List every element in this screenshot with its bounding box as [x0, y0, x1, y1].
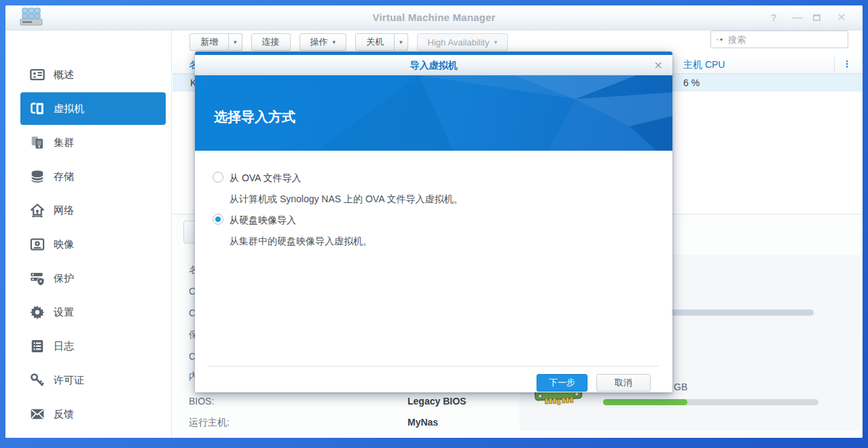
column-header-host-cpu[interactable]: 主机 CPU	[683, 59, 725, 71]
shield-server-icon	[30, 271, 45, 286]
radio-import-from-ova[interactable]	[213, 172, 223, 183]
sidebar-item-label: 映像	[54, 238, 74, 251]
running-host-value: MyNas	[408, 417, 438, 428]
dialog-footer-divider	[209, 366, 659, 367]
vm-host-cpu-value: 6 %	[683, 77, 700, 88]
dialog-title: 导入虚拟机	[195, 60, 672, 72]
sidebar-item-settings[interactable]: 设置	[20, 296, 166, 329]
sidebar-item-label: 反馈	[54, 408, 74, 421]
radio-description-disk-image: 从集群中的硬盘映像导入虚拟机。	[230, 236, 372, 248]
sidebar-item-overview[interactable]: 概述	[20, 58, 166, 91]
gear-icon	[30, 305, 45, 320]
memory-unit-label: GB	[674, 381, 687, 392]
shutdown-button[interactable]: 关机	[355, 33, 395, 51]
sidebar-item-label: 设置	[54, 306, 74, 319]
cancel-button[interactable]: 取消	[596, 374, 651, 392]
network-icon	[30, 203, 45, 218]
next-button[interactable]: 下一步	[537, 374, 587, 392]
add-split-button: 新增 ▾	[189, 33, 242, 51]
app-window: Virtual Machine Manager ? — ✕ 概述 虚拟机	[5, 5, 863, 438]
sidebar-item-storage[interactable]: 存储	[20, 160, 166, 193]
shutdown-dropdown-button[interactable]: ▾	[395, 33, 408, 51]
search-input[interactable]	[728, 35, 848, 45]
column-options-icon[interactable]: ⋮	[841, 58, 853, 69]
search-box: ▾	[710, 31, 848, 48]
sidebar-item-label: 集群	[54, 136, 74, 149]
search-filter-caret-icon[interactable]: ▾	[720, 37, 723, 43]
radio-label-ova[interactable]: 从 OVA 文件导入	[230, 172, 302, 185]
minimize-icon[interactable]: —	[790, 11, 805, 24]
help-icon[interactable]: ?	[766, 11, 781, 24]
log-icon	[30, 339, 45, 354]
shutdown-split-button: 关机 ▾	[355, 33, 408, 51]
chevron-down-icon: ▾	[399, 39, 403, 45]
chevron-down-icon: ▾	[333, 39, 336, 45]
connect-button[interactable]: 连接	[251, 33, 291, 51]
dialog-heading: 选择导入方式	[214, 108, 295, 126]
sidebar-item-label: 保护	[54, 272, 74, 285]
search-icon	[717, 35, 719, 45]
chevron-down-icon: ▾	[234, 39, 237, 45]
radio-import-from-disk-image[interactable]	[213, 214, 223, 225]
storage-icon	[30, 169, 45, 184]
dialog-title-bar: 导入虚拟机 ✕	[195, 55, 672, 75]
sidebar-item-label: 虚拟机	[54, 102, 84, 115]
mail-icon	[30, 407, 45, 422]
maximize-icon[interactable]	[813, 14, 820, 21]
sidebar-item-label: 日志	[54, 340, 74, 353]
key-icon	[30, 373, 45, 388]
memory-bar-fill	[603, 399, 687, 405]
sidebar-item-label: 概述	[54, 69, 74, 81]
import-vm-dialog: 导入虚拟机 ✕ 选择导入方式 从 OVA 文件导入 从计算机或 Synology…	[195, 52, 672, 392]
sidebar-item-virtual-machine[interactable]: 虚拟机	[20, 92, 166, 125]
bios-label: BIOS:	[189, 396, 214, 407]
sidebar-item-network[interactable]: 网络	[20, 194, 166, 227]
add-dropdown-button[interactable]: ▾	[229, 33, 242, 51]
sidebar-item-image[interactable]: 映像	[20, 228, 166, 261]
disk-image-icon	[30, 237, 45, 252]
sidebar-item-license[interactable]: 许可证	[20, 364, 166, 396]
overview-icon	[30, 67, 45, 82]
column-separator	[834, 57, 835, 72]
sidebar: 概述 虚拟机 集群	[5, 31, 172, 438]
chevron-down-icon: ▾	[494, 39, 497, 45]
vm-icon	[30, 101, 45, 116]
action-button[interactable]: 操作 ▾	[300, 33, 347, 51]
running-host-label: 运行主机:	[189, 417, 230, 429]
cluster-icon	[30, 135, 45, 150]
sidebar-item-protection[interactable]: 保护	[20, 262, 166, 295]
memory-bar-track	[603, 399, 818, 405]
high-availability-button: High Availability ▾	[417, 33, 508, 51]
sidebar-item-cluster[interactable]: 集群	[20, 126, 166, 159]
bios-value: Legacy BIOS	[408, 396, 466, 407]
radio-label-disk-image[interactable]: 从硬盘映像导入	[230, 214, 296, 227]
sidebar-item-feedback[interactable]: 反馈	[20, 398, 166, 430]
close-icon[interactable]: ✕	[834, 11, 849, 24]
sidebar-item-log[interactable]: 日志	[20, 330, 166, 362]
dialog-banner: 选择导入方式	[195, 75, 672, 151]
sidebar-item-label: 存储	[54, 170, 74, 183]
add-button[interactable]: 新增	[189, 33, 229, 51]
sidebar-item-label: 许可证	[54, 374, 84, 387]
title-bar: Virtual Machine Manager ? — ✕	[5, 5, 863, 31]
dialog-close-icon[interactable]: ✕	[654, 59, 663, 72]
radio-description-ova: 从计算机或 Synology NAS 上的 OVA 文件导入虚拟机。	[230, 193, 463, 206]
sidebar-item-label: 网络	[54, 204, 74, 217]
window-title: Virtual Machine Manager	[5, 12, 863, 23]
